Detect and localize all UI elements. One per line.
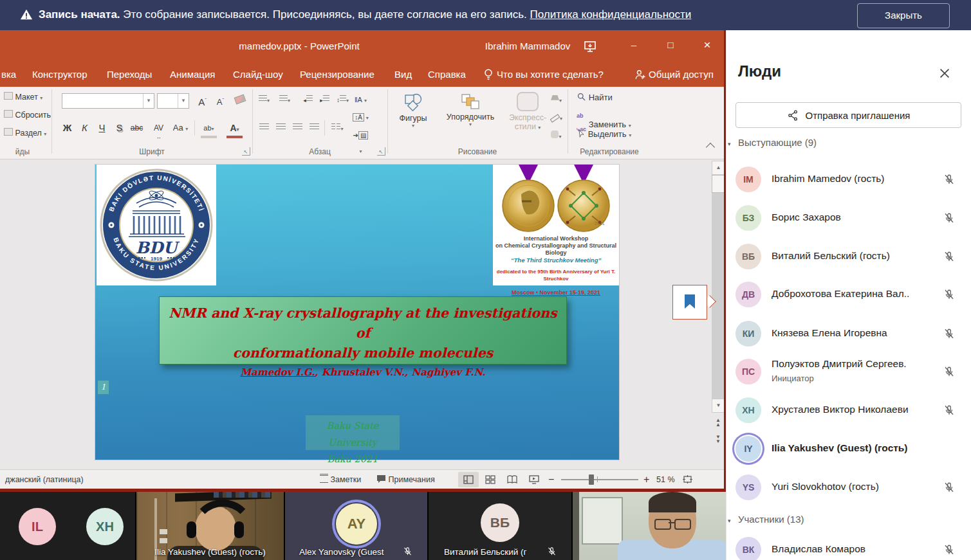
mic-off-icon[interactable] [943, 328, 955, 339]
mic-off-icon[interactable] [943, 289, 955, 300]
slide-title-box[interactable]: NMR and X-ray crystallography at the inv… [159, 296, 567, 365]
scroll-down-button[interactable]: ▼ [712, 399, 725, 413]
font-dialog-launcher[interactable]: ↘ [242, 147, 250, 156]
speakers-section-header[interactable]: Выступающие (9) [738, 137, 817, 148]
decrease-indent-button[interactable]: ◂ [300, 92, 316, 107]
shape-fill-icon[interactable]: ▾ [548, 92, 564, 107]
mic-off-icon[interactable] [943, 404, 955, 416]
tab-retsenzirovanie[interactable]: Рецензирование [300, 62, 375, 87]
minimize-button[interactable]: – [623, 35, 645, 55]
font-color-button[interactable]: А▾ [227, 120, 243, 138]
columns-button[interactable]: ▾ [329, 120, 346, 136]
participant-row[interactable]: КИ Князева Елена Игоревна [726, 314, 971, 353]
collapse-ribbon-icon[interactable] [705, 142, 716, 149]
notes-button[interactable]: Заметки [320, 470, 361, 489]
slide-number-box[interactable]: 1 [98, 381, 109, 394]
zoom-slider-track[interactable] [561, 479, 638, 480]
strikethrough-button[interactable]: abc [129, 120, 145, 136]
align-right-button[interactable] [290, 120, 306, 136]
shapes-button[interactable]: Фигуры▾ [395, 93, 431, 129]
text-shadow-button[interactable]: S [111, 120, 127, 136]
scrollbar-thumb[interactable] [712, 175, 725, 193]
attendees-section-header[interactable]: Участники (13) [738, 514, 804, 525]
arrange-button[interactable]: Упорядочить▾ [435, 93, 506, 127]
mic-off-icon[interactable] [943, 366, 955, 377]
video-tile-ilia[interactable]: Ilia Yakushev (Guest) (гость) [136, 492, 284, 560]
participant-row-speaking[interactable]: IY Ilia Yakushev (Guest) (гость) [726, 429, 971, 468]
bold-button[interactable]: Ж [59, 120, 75, 136]
zoom-out-button[interactable]: − [548, 470, 554, 489]
mic-off-icon[interactable] [943, 174, 955, 185]
zoom-in-button[interactable]: + [643, 470, 649, 489]
find-button[interactable]: Найти [577, 92, 613, 102]
zoom-slider-thumb[interactable] [589, 474, 594, 485]
tellme-box[interactable]: Что вы хотите сделать? [497, 62, 604, 87]
participant-row[interactable]: ПС Полуэктов Дмитрий Сергеев. Инициатор [726, 352, 971, 391]
reset-slide-button[interactable]: Сбросить [4, 110, 51, 120]
tab-spravka[interactable]: Справка [428, 62, 466, 87]
align-left-button[interactable] [256, 120, 272, 136]
participant-row[interactable]: БЗ Борис Захаров [726, 199, 971, 237]
text-direction-button[interactable]: ‖А ▾ [353, 92, 369, 107]
participant-row[interactable]: ХН Хрусталев Виктор Николаеви [726, 391, 971, 429]
tab-slideshow[interactable]: Слайд-шоу [233, 62, 283, 87]
character-spacing-button[interactable]: AV↔ [151, 120, 167, 136]
clear-formatting-button[interactable] [232, 93, 248, 108]
share-button[interactable]: Общий доступ [649, 62, 714, 87]
reading-view-button[interactable] [502, 472, 522, 487]
scroll-up-button[interactable]: ▲ [712, 161, 725, 175]
language-indicator[interactable]: джанский (латиница) [5, 470, 84, 489]
fit-to-window-button[interactable] [680, 472, 695, 487]
align-text-button[interactable]: ↕А ▾ [353, 110, 369, 125]
account-name[interactable]: Ibrahim Mammadov [476, 41, 579, 51]
previous-slide-button[interactable]: ▲▲ [713, 418, 723, 427]
section-button[interactable]: Раздел ▾ [4, 128, 46, 138]
zoom-level[interactable]: 51 % [656, 470, 675, 489]
tab-konstruktor[interactable]: Конструктор [32, 62, 88, 87]
maximize-button[interactable]: □ [660, 35, 681, 55]
bullets-button[interactable]: ▾ [256, 92, 272, 107]
underline-button[interactable]: Ч [94, 120, 110, 136]
video-tile-right[interactable] [573, 492, 726, 560]
layout-button[interactable]: Макет ▾ [4, 92, 42, 102]
highlight-color-button[interactable]: ab▾ [201, 120, 217, 138]
grow-font-button[interactable]: Аˆ [194, 93, 210, 108]
tab-vid[interactable]: Вид [394, 62, 412, 87]
font-size-combo[interactable]: ▾ [157, 93, 189, 109]
audio-tile-group[interactable]: IL ХН [0, 492, 135, 560]
increase-indent-button[interactable]: ▸ [317, 92, 333, 107]
shape-outline-icon[interactable]: ▾ [548, 110, 564, 125]
privacy-policy-link[interactable]: Политика конфиденциальности [530, 8, 692, 21]
align-center-button[interactable] [273, 120, 289, 136]
mic-off-icon[interactable] [943, 482, 955, 493]
mic-off-icon[interactable] [943, 544, 955, 555]
participant-row[interactable]: YS Yuri Slovokhotov (гость) [726, 468, 971, 507]
change-case-button[interactable]: Aa ▾ [172, 120, 189, 136]
mic-off-icon[interactable] [943, 251, 955, 262]
slide-footer-box[interactable]: Baku State University Baku 2021 [306, 415, 400, 450]
ribbon-display-options-icon[interactable] [582, 39, 598, 54]
participant-row[interactable]: ВБ Виталий Бельский (гость) [726, 237, 971, 276]
participant-row[interactable]: IM Ibrahim Mamedov (гость) [726, 160, 971, 199]
font-name-combo[interactable]: ▾ [62, 93, 154, 109]
banner-close-button[interactable]: Закрыть [857, 3, 950, 28]
close-window-button[interactable]: × [696, 35, 718, 55]
comments-button[interactable]: Примечания [376, 470, 435, 489]
smartart-button[interactable]: ➔▤ ▾ [353, 128, 369, 143]
mic-off-icon[interactable] [943, 212, 955, 224]
audio-tile-alex[interactable]: AY Alex Yanovsky (Guest [285, 492, 427, 560]
shape-effects-icon[interactable]: ▾ [548, 128, 564, 143]
next-slide-button[interactable]: ▼▼ [713, 435, 723, 444]
send-invite-button[interactable]: Отправка приглашения [735, 102, 961, 128]
numbering-button[interactable]: ▾ [277, 92, 293, 107]
bookmark-popout-button[interactable] [672, 285, 707, 320]
line-spacing-button[interactable]: ↕▾ [335, 92, 351, 107]
audio-tile-vitaly[interactable]: ВБ Виталий Бельский (г [429, 492, 571, 560]
participant-row[interactable]: ВК Владислав Комаров [726, 530, 971, 560]
tab-partial[interactable]: вка [1, 62, 16, 87]
slide-sorter-view-button[interactable] [480, 472, 501, 487]
quick-styles-button[interactable]: Экспресс- стили ▾ [508, 92, 547, 131]
participant-row[interactable]: ДВ Доброхотова Екатерина Вал.. [726, 275, 971, 314]
slide-canvas[interactable]: BAKI DÖVLƏT UNİVERSİTETİ BAKU STATE UNIV… [95, 165, 619, 460]
slideshow-view-button[interactable] [524, 472, 544, 487]
